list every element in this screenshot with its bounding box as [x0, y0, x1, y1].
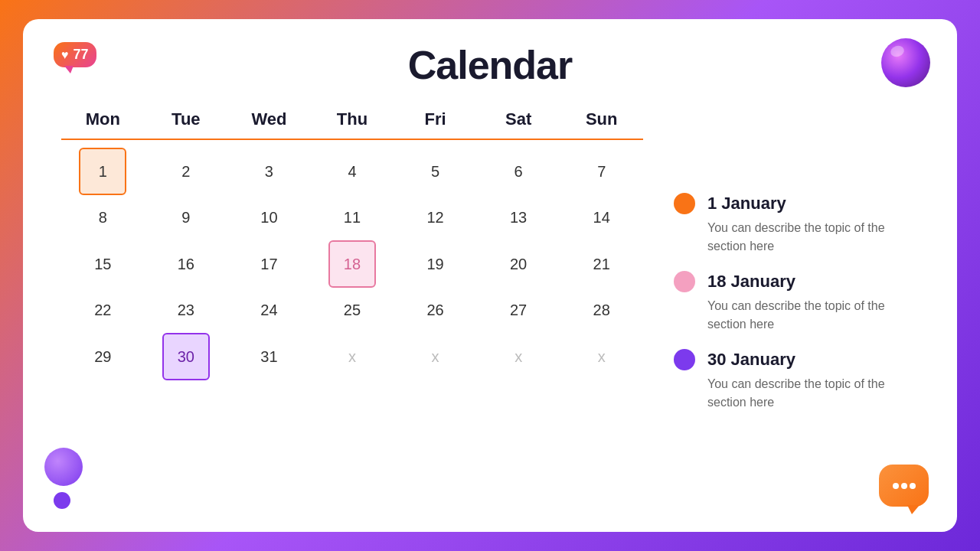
- day-12[interactable]: 12: [394, 201, 477, 234]
- calendar-grid: 1 2 3 4 5 6 7 8 9 10 11 12 13 14 15 16 1…: [61, 148, 643, 380]
- event-dot-1: [674, 193, 695, 214]
- day-14[interactable]: 14: [560, 201, 643, 234]
- day-15[interactable]: 15: [61, 240, 145, 288]
- notification-count: 77: [74, 47, 89, 63]
- event-desc-3: You can describe the topic of the sectio…: [707, 375, 919, 412]
- purple-dot-decoration: [54, 492, 70, 509]
- day-4[interactable]: 4: [311, 148, 394, 195]
- header-thu: Thu: [311, 103, 394, 135]
- day-7[interactable]: 7: [560, 148, 643, 195]
- day-8[interactable]: 8: [61, 201, 145, 234]
- header-sun: Sun: [560, 103, 643, 135]
- day-10[interactable]: 10: [227, 201, 311, 234]
- day-22[interactable]: 22: [61, 294, 145, 327]
- day-18[interactable]: 18: [328, 240, 376, 288]
- calendar-header: Mon Tue Wed Thu Fri Sat Sun: [61, 103, 643, 135]
- header-sat: Sat: [477, 103, 560, 135]
- day-21[interactable]: 21: [560, 240, 643, 288]
- event-desc-1: You can describe the topic of the sectio…: [707, 219, 919, 256]
- event-title-2: 18 January: [707, 272, 795, 292]
- day-23[interactable]: 23: [145, 294, 228, 327]
- day-1[interactable]: 1: [79, 148, 126, 195]
- day-26[interactable]: 26: [394, 294, 477, 327]
- event-item-3: 30 January You can describe the topic of…: [674, 349, 919, 412]
- day-empty-1: x: [311, 333, 394, 380]
- day-31[interactable]: 31: [227, 333, 311, 380]
- day-13[interactable]: 13: [477, 201, 560, 234]
- event-title-1: 1 January: [707, 194, 786, 214]
- header-mon: Mon: [61, 103, 145, 135]
- chat-decoration: [879, 465, 934, 517]
- day-20[interactable]: 20: [477, 240, 560, 288]
- event-title-3: 30 January: [707, 350, 795, 370]
- day-19[interactable]: 19: [394, 240, 477, 288]
- calendar-card: ♥ 77 Calendar Mon Tue Wed Thu Fri Sat: [23, 19, 957, 532]
- day-9[interactable]: 9: [145, 201, 228, 234]
- page-title: Calendar: [61, 42, 919, 88]
- day-5[interactable]: 5: [394, 148, 477, 195]
- notification-badge: ♥ 77: [54, 42, 115, 88]
- header-wed: Wed: [227, 103, 311, 135]
- day-empty-3: x: [477, 333, 560, 380]
- day-2[interactable]: 2: [145, 148, 228, 195]
- day-30[interactable]: 30: [162, 333, 210, 380]
- event-desc-2: You can describe the topic of the sectio…: [707, 297, 919, 334]
- day-27[interactable]: 27: [477, 294, 560, 327]
- calendar-divider: [61, 139, 643, 140]
- event-item-2: 18 January You can describe the topic of…: [674, 271, 919, 334]
- event-dot-2: [674, 271, 695, 292]
- day-11[interactable]: 11: [311, 201, 394, 234]
- heart-icon: ♥: [61, 48, 69, 62]
- header-fri: Fri: [394, 103, 477, 135]
- day-empty-2: x: [394, 333, 477, 380]
- header-tue: Tue: [145, 103, 228, 135]
- day-28[interactable]: 28: [560, 294, 643, 327]
- event-dot-3: [674, 349, 695, 370]
- day-25[interactable]: 25: [311, 294, 394, 327]
- day-16[interactable]: 16: [145, 240, 228, 288]
- purple-ball-decoration: [44, 448, 83, 486]
- day-empty-4: x: [560, 333, 643, 380]
- day-3[interactable]: 3: [227, 148, 311, 195]
- events-section: 1 January You can describe the topic of …: [674, 103, 919, 509]
- sphere-decoration: [881, 38, 930, 87]
- calendar-section: Mon Tue Wed Thu Fri Sat Sun 1 2 3 4 5 6 …: [61, 103, 643, 509]
- day-17[interactable]: 17: [227, 240, 311, 288]
- main-content: Mon Tue Wed Thu Fri Sat Sun 1 2 3 4 5 6 …: [61, 103, 919, 509]
- day-6[interactable]: 6: [477, 148, 560, 195]
- day-29[interactable]: 29: [61, 333, 145, 380]
- day-24[interactable]: 24: [227, 294, 311, 327]
- event-item-1: 1 January You can describe the topic of …: [674, 193, 919, 256]
